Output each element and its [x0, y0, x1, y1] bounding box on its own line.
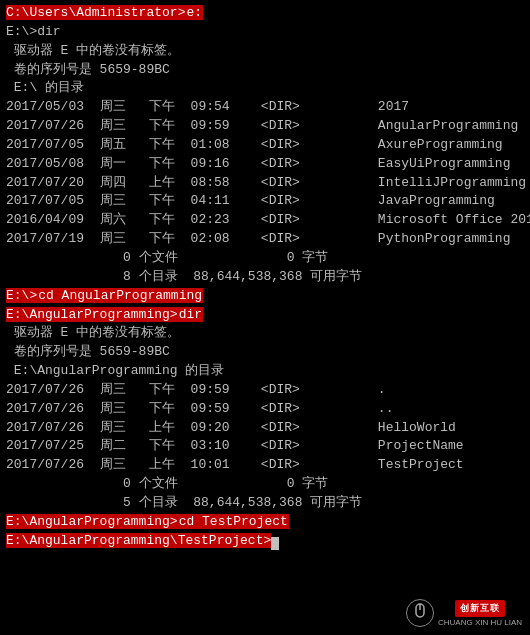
- ap-entry-1: 2017/07/26 周三 下午 09:59 <DIR> .: [6, 381, 524, 400]
- dir-entry-7: 2016/04/09 周六 下午 02:23 <DIR> Microsoft O…: [6, 211, 524, 230]
- brand-pinyin: CHUANG XIN HU LIAN: [438, 618, 522, 627]
- line-serial2: 卷的序列号是 5659-89BC: [6, 343, 524, 362]
- line-dirof2: E:\AngularProgramming 的目录: [6, 362, 524, 381]
- ap-entry-3: 2017/07/26 周三 上午 09:20 <DIR> HelloWorld: [6, 419, 524, 438]
- cmd-cd2: cd TestProject: [178, 514, 289, 529]
- file-count-1: 0 个文件 0 字节: [6, 249, 524, 268]
- final-prompt: E:\AngularProgramming\TestProject>: [6, 533, 271, 548]
- brand-logo: 创新互联 CHUANG XIN HU LIAN: [438, 600, 522, 627]
- line-5: 卷的序列号是 5659-89BC: [6, 61, 524, 80]
- cursor: [271, 537, 279, 550]
- line-4: 驱动器 E 中的卷没有标签。: [6, 42, 524, 61]
- dir-entry-6: 2017/07/05 周三 下午 04:11 <DIR> JavaProgram…: [6, 192, 524, 211]
- dir-count-1: 8 个目录 88,644,538,368 可用字节: [6, 268, 524, 287]
- prompt-1: C:\Users\Administrator>: [6, 5, 185, 20]
- cmd-dir2: dir: [178, 307, 203, 322]
- dir-entry-1: 2017/05/03 周三 下午 09:54 <DIR> 2017: [6, 98, 524, 117]
- ap-entry-2: 2017/07/26 周三 下午 09:59 <DIR> ..: [6, 400, 524, 419]
- ap-entry-4: 2017/07/25 周二 下午 03:10 <DIR> ProjectName: [6, 437, 524, 456]
- terminal-window: C:\Users\Administrator>e: E:\>dir 驱动器 E …: [0, 0, 530, 635]
- dir-entry-8: 2017/07/19 周三 下午 02:08 <DIR> PythonProgr…: [6, 230, 524, 249]
- cmd-cd1: cd AngularProgramming: [37, 288, 203, 303]
- brand-name: 创新互联: [455, 600, 505, 617]
- line-cd2: E:\AngularProgramming>cd TestProject: [6, 513, 524, 532]
- dir-entry-2: 2017/07/26 周三 下午 09:59 <DIR> AngularProg…: [6, 117, 524, 136]
- final-prompt-line: E:\AngularProgramming\TestProject>: [6, 532, 524, 551]
- prompt-cd2: E:\AngularProgramming>: [6, 514, 178, 529]
- line-2: E:\>dir: [6, 23, 524, 42]
- dir-entry-3: 2017/07/05 周五 下午 01:08 <DIR> AxureProgra…: [6, 136, 524, 155]
- file-count-2: 0 个文件 0 字节: [6, 475, 524, 494]
- line-1: C:\Users\Administrator>e:: [6, 4, 524, 23]
- dir-count-2: 5 个目录 88,644,538,368 可用字节: [6, 494, 524, 513]
- watermark: 创新互联 CHUANG XIN HU LIAN: [406, 599, 522, 627]
- prompt-dir2: E:\AngularProgramming>: [6, 307, 178, 322]
- dir-entry-5: 2017/07/20 周四 上午 08:58 <DIR> IntelliJPro…: [6, 174, 524, 193]
- line-vol2: 驱动器 E 中的卷没有标签。: [6, 324, 524, 343]
- cmd-1: e:: [185, 5, 203, 20]
- prompt-cd1: E:\>: [6, 288, 37, 303]
- ap-entry-5: 2017/07/26 周三 上午 10:01 <DIR> TestProject: [6, 456, 524, 475]
- line-7: E:\ 的目录: [6, 79, 524, 98]
- line-dir2: E:\AngularProgramming>dir: [6, 306, 524, 325]
- dir-entry-4: 2017/05/08 周一 下午 09:16 <DIR> EasyUiProgr…: [6, 155, 524, 174]
- mouse-icon: [406, 599, 434, 627]
- line-cd1: E:\>cd AngularProgramming: [6, 287, 524, 306]
